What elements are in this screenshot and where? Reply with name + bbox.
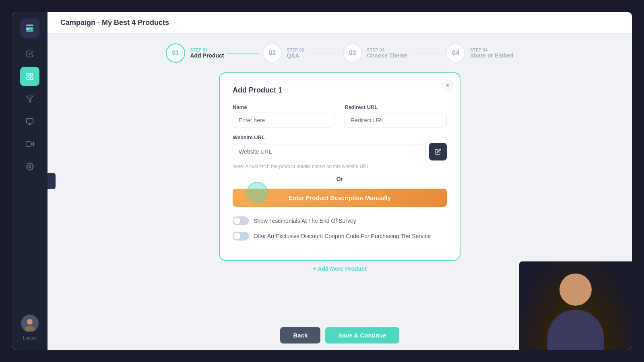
svg-rect-4 [31, 77, 33, 80]
step-info-3: STEP 03 Choose Theme [367, 48, 407, 59]
person-body [547, 310, 604, 350]
step-info-4: STEP 04 Share or Embed [470, 48, 513, 59]
step-name-3: Choose Theme [367, 52, 407, 59]
sidebar-collapse-btn[interactable]: › [47, 173, 56, 189]
fetch-button[interactable] [429, 143, 447, 160]
step-connector-3 [411, 53, 443, 53]
website-url-input[interactable] [233, 144, 426, 159]
step-circle-4: 04 [446, 43, 465, 63]
step-name-4: Share or Embed [470, 52, 513, 59]
note-text: Note: AI will fetch the product details … [233, 164, 447, 169]
testimonials-slider [233, 216, 249, 225]
sidebar: Logout [12, 12, 47, 350]
form-group-name: Name [233, 104, 335, 128]
sidebar-item-settings[interactable] [20, 157, 39, 176]
step-info-2: STEP 02 Q&A [287, 48, 304, 59]
sidebar-item-check[interactable] [20, 44, 39, 64]
modal-title: Add Product 1 [233, 86, 447, 95]
svg-point-0 [27, 28, 29, 30]
step-circle-3: 03 [343, 43, 362, 63]
add-more-product-btn[interactable]: + Add More Product [313, 265, 367, 272]
stepper: 01 STEP 01 Add Product 02 STEP 02 Q&A [47, 34, 632, 72]
sidebar-item-grid[interactable] [20, 67, 39, 86]
testimonials-toggle[interactable] [233, 216, 249, 225]
svg-rect-3 [27, 77, 29, 80]
discount-label: Offer An Exclusive Discount Coupon Code … [254, 233, 431, 239]
avatar [21, 315, 39, 332]
name-input[interactable] [233, 113, 335, 128]
step-info-1: STEP 01 Add Product [190, 48, 224, 59]
svg-rect-1 [27, 74, 29, 76]
step-connector-2 [308, 53, 340, 53]
discount-toggle-row: Offer An Exclusive Discount Coupon Code … [233, 232, 447, 241]
name-label: Name [233, 104, 335, 110]
form-group-website: Website URL [233, 134, 447, 160]
svg-point-13 [27, 319, 33, 325]
testimonials-toggle-row: Show Testimonials At The End Of Survey [233, 216, 447, 225]
redirect-url-input[interactable] [345, 113, 447, 128]
website-url-wrapper [233, 143, 447, 160]
step-circle-1: 01 [166, 43, 185, 63]
step-item-3[interactable]: 03 STEP 03 Choose Theme [343, 43, 407, 63]
step-label-3: STEP 03 [367, 48, 407, 52]
svg-point-11 [29, 166, 31, 168]
modal-card: ✕ Add Product 1 Name Redirect URL Websit… [219, 72, 460, 261]
step-item-1[interactable]: 01 STEP 01 Add Product [166, 43, 224, 63]
logout-label: Logout [23, 335, 37, 340]
step-label-1: STEP 01 [190, 48, 224, 52]
svg-rect-10 [26, 142, 31, 146]
step-label-2: STEP 02 [287, 48, 304, 52]
person-silhouette [519, 261, 632, 350]
svg-marker-5 [27, 96, 33, 102]
form-row-name-redirect: Name Redirect URL [233, 104, 447, 128]
page-title: Campaign - My Best 4 Products [60, 19, 169, 27]
enter-manually-button[interactable]: Enter Product Description Manually [233, 189, 447, 207]
svg-rect-6 [27, 119, 33, 123]
website-url-label: Website URL [233, 134, 447, 140]
sidebar-item-video[interactable] [20, 134, 39, 154]
step-name-2: Q&A [287, 52, 304, 59]
save-continue-button[interactable]: Save & Continue [325, 327, 399, 343]
testimonials-label: Show Testimonials At The End Of Survey [254, 218, 356, 224]
step-item-2[interactable]: 02 STEP 02 Q&A [262, 43, 304, 63]
step-circle-2: 02 [262, 43, 282, 63]
step-label-4: STEP 04 [470, 48, 513, 52]
sidebar-item-monitor[interactable] [20, 112, 39, 131]
step-item-4[interactable]: 04 STEP 04 Share or Embed [446, 43, 513, 63]
discount-toggle[interactable] [233, 232, 249, 241]
modal-close-button[interactable]: ✕ [442, 80, 453, 91]
step-connector-1 [227, 53, 259, 53]
svg-marker-9 [31, 142, 33, 146]
main-content: Campaign - My Best 4 Products 01 STEP 01… [47, 12, 632, 350]
discount-slider [233, 232, 249, 241]
or-divider: Or [233, 176, 447, 182]
video-thumbnail [519, 261, 632, 350]
svg-rect-2 [31, 74, 33, 76]
back-button[interactable]: Back [280, 327, 320, 343]
person-head [559, 274, 592, 306]
sidebar-item-funnel[interactable] [20, 89, 39, 109]
form-group-redirect: Redirect URL [345, 104, 447, 128]
header: Campaign - My Best 4 Products [47, 12, 632, 34]
app-logo [20, 19, 39, 38]
step-name-1: Add Product [190, 52, 224, 59]
redirect-url-label: Redirect URL [345, 104, 447, 110]
